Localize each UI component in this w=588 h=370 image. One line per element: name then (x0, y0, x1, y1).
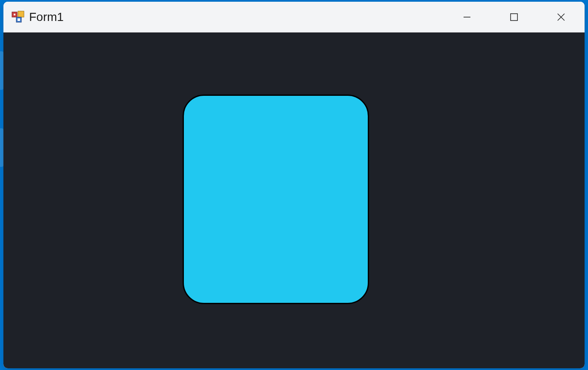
client-area (3, 33, 585, 368)
rounded-panel (183, 95, 369, 304)
desktop-edge-hint (0, 175, 3, 214)
window-controls (443, 2, 585, 32)
titlebar[interactable]: Form1 (3, 2, 585, 33)
app-window: Form1 (3, 2, 585, 368)
desktop-edge-hint (0, 51, 3, 90)
close-icon (556, 12, 566, 22)
svg-rect-1 (14, 14, 15, 15)
svg-rect-4 (18, 18, 20, 21)
minimize-icon (462, 12, 472, 22)
maximize-icon (510, 13, 518, 21)
svg-rect-6 (511, 14, 517, 21)
svg-rect-2 (18, 11, 24, 17)
close-button[interactable] (538, 2, 585, 33)
window-title: Form1 (29, 10, 64, 24)
desktop-edge-hint (0, 128, 3, 167)
minimize-button[interactable] (443, 2, 490, 33)
maximize-button[interactable] (490, 2, 538, 33)
app-icon (11, 10, 25, 24)
